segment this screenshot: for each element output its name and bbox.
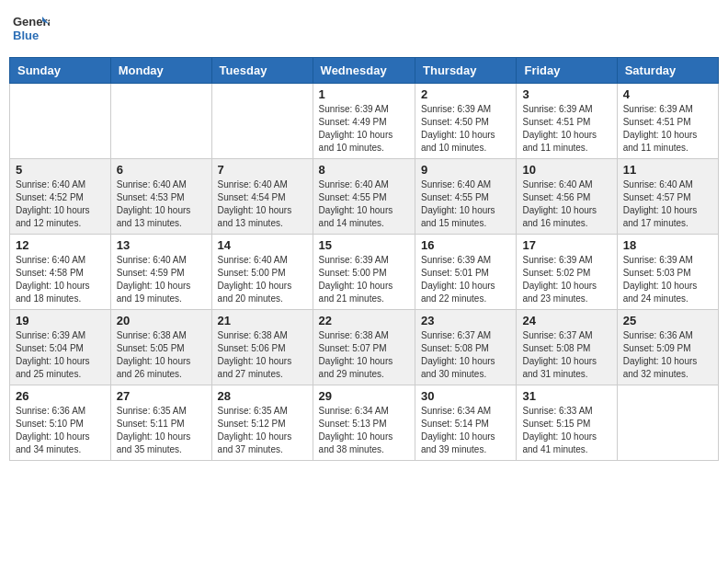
day-info: Sunrise: 6:39 AMSunset: 5:03 PMDaylight:… [623,254,712,305]
calendar-cell [617,385,718,461]
calendar-cell: 1Sunrise: 6:39 AMSunset: 4:49 PMDaylight… [313,84,415,159]
day-number: 2 [421,87,510,101]
day-header-sunday: Sunday [10,58,111,84]
calendar-cell: 12Sunrise: 6:40 AMSunset: 4:58 PMDayligh… [10,235,111,310]
day-number: 7 [218,163,307,177]
day-number: 1 [319,87,409,101]
calendar-cell [110,84,211,159]
calendar-cell: 3Sunrise: 6:39 AMSunset: 4:51 PMDaylight… [517,84,617,159]
svg-text:Blue: Blue [13,29,39,42]
day-number: 27 [117,389,206,403]
day-info: Sunrise: 6:40 AMSunset: 4:58 PMDaylight:… [16,254,105,305]
day-number: 30 [421,389,510,403]
day-info: Sunrise: 6:39 AMSunset: 5:00 PMDaylight:… [319,254,409,305]
day-info: Sunrise: 6:40 AMSunset: 4:59 PMDaylight:… [117,254,206,305]
day-number: 9 [421,163,510,177]
day-header-saturday: Saturday [617,58,718,84]
calendar-cell [211,84,313,159]
day-number: 15 [319,238,409,252]
day-number: 24 [522,314,610,327]
calendar-cell: 25Sunrise: 6:36 AMSunset: 5:09 PMDayligh… [617,310,718,385]
calendar-cell: 23Sunrise: 6:37 AMSunset: 5:08 PMDayligh… [415,310,517,385]
day-number: 4 [623,87,712,101]
calendar-week-row: 19Sunrise: 6:39 AMSunset: 5:04 PMDayligh… [10,310,719,385]
calendar-cell: 27Sunrise: 6:35 AMSunset: 5:11 PMDayligh… [110,385,211,461]
day-number: 16 [421,238,510,252]
day-info: Sunrise: 6:36 AMSunset: 5:09 PMDaylight:… [623,329,712,381]
day-info: Sunrise: 6:40 AMSunset: 4:54 PMDaylight:… [218,178,307,230]
calendar-table: SundayMondayTuesdayWednesdayThursdayFrid… [9,57,719,461]
day-info: Sunrise: 6:39 AMSunset: 5:04 PMDaylight:… [16,329,105,381]
calendar-cell [10,84,111,159]
calendar-cell: 9Sunrise: 6:40 AMSunset: 4:55 PMDaylight… [415,159,517,235]
day-number: 26 [16,389,105,403]
day-header-monday: Monday [110,58,211,84]
calendar-cell: 20Sunrise: 6:38 AMSunset: 5:05 PMDayligh… [110,310,211,385]
day-info: Sunrise: 6:39 AMSunset: 4:51 PMDaylight:… [623,103,712,155]
day-info: Sunrise: 6:40 AMSunset: 5:00 PMDaylight:… [218,254,307,305]
calendar-cell: 13Sunrise: 6:40 AMSunset: 4:59 PMDayligh… [110,235,211,310]
calendar-cell: 6Sunrise: 6:40 AMSunset: 4:53 PMDaylight… [110,159,211,235]
day-info: Sunrise: 6:40 AMSunset: 4:52 PMDaylight:… [16,178,105,230]
day-info: Sunrise: 6:39 AMSunset: 5:02 PMDaylight:… [522,254,610,305]
day-info: Sunrise: 6:40 AMSunset: 4:57 PMDaylight:… [623,178,712,230]
day-info: Sunrise: 6:33 AMSunset: 5:15 PMDaylight:… [522,405,610,456]
day-number: 3 [522,87,610,101]
day-header-friday: Friday [517,58,617,84]
calendar-cell: 2Sunrise: 6:39 AMSunset: 4:50 PMDaylight… [415,84,517,159]
day-number: 6 [117,163,206,177]
day-info: Sunrise: 6:36 AMSunset: 5:10 PMDaylight:… [16,405,105,456]
day-number: 25 [623,314,712,327]
day-number: 31 [522,389,610,403]
day-info: Sunrise: 6:35 AMSunset: 5:12 PMDaylight:… [218,405,307,456]
day-info: Sunrise: 6:37 AMSunset: 5:08 PMDaylight:… [421,329,510,381]
calendar-cell: 21Sunrise: 6:38 AMSunset: 5:06 PMDayligh… [211,310,313,385]
day-number: 28 [218,389,307,403]
calendar-cell: 18Sunrise: 6:39 AMSunset: 5:03 PMDayligh… [617,235,718,310]
calendar-cell: 19Sunrise: 6:39 AMSunset: 5:04 PMDayligh… [10,310,111,385]
day-info: Sunrise: 6:34 AMSunset: 5:14 PMDaylight:… [421,405,510,456]
day-number: 13 [117,238,206,252]
day-number: 21 [218,314,307,327]
day-header-thursday: Thursday [415,58,517,84]
day-info: Sunrise: 6:34 AMSunset: 5:13 PMDaylight:… [319,405,409,456]
page-header: General Blue [9,9,719,50]
day-info: Sunrise: 6:39 AMSunset: 4:50 PMDaylight:… [421,103,510,155]
day-number: 12 [16,238,105,252]
day-info: Sunrise: 6:35 AMSunset: 5:11 PMDaylight:… [117,405,206,456]
calendar-week-row: 5Sunrise: 6:40 AMSunset: 4:52 PMDaylight… [10,159,719,235]
day-number: 22 [319,314,409,327]
day-info: Sunrise: 6:37 AMSunset: 5:08 PMDaylight:… [522,329,610,381]
day-info: Sunrise: 6:39 AMSunset: 4:51 PMDaylight:… [522,103,610,155]
day-number: 11 [623,163,712,177]
day-number: 8 [319,163,409,177]
day-info: Sunrise: 6:39 AMSunset: 5:01 PMDaylight:… [421,254,510,305]
day-info: Sunrise: 6:40 AMSunset: 4:53 PMDaylight:… [117,178,206,230]
calendar-header-row: SundayMondayTuesdayWednesdayThursdayFrid… [10,58,719,84]
day-info: Sunrise: 6:38 AMSunset: 5:05 PMDaylight:… [117,329,206,381]
day-number: 23 [421,314,510,327]
day-info: Sunrise: 6:38 AMSunset: 5:07 PMDaylight:… [319,329,409,381]
day-number: 14 [218,238,307,252]
day-number: 19 [16,314,105,327]
calendar-cell: 16Sunrise: 6:39 AMSunset: 5:01 PMDayligh… [415,235,517,310]
day-info: Sunrise: 6:40 AMSunset: 4:55 PMDaylight:… [421,178,510,230]
day-number: 5 [16,163,105,177]
day-number: 17 [522,238,610,252]
calendar-cell: 24Sunrise: 6:37 AMSunset: 5:08 PMDayligh… [517,310,617,385]
day-number: 20 [117,314,206,327]
day-number: 29 [319,389,409,403]
logo-icon: General Blue [13,9,50,46]
calendar-cell: 8Sunrise: 6:40 AMSunset: 4:55 PMDaylight… [313,159,415,235]
calendar-cell: 7Sunrise: 6:40 AMSunset: 4:54 PMDaylight… [211,159,313,235]
calendar-cell: 17Sunrise: 6:39 AMSunset: 5:02 PMDayligh… [517,235,617,310]
calendar-cell: 10Sunrise: 6:40 AMSunset: 4:56 PMDayligh… [517,159,617,235]
logo: General Blue [13,9,53,50]
calendar-cell: 30Sunrise: 6:34 AMSunset: 5:14 PMDayligh… [415,385,517,461]
day-header-tuesday: Tuesday [211,58,313,84]
day-info: Sunrise: 6:40 AMSunset: 4:56 PMDaylight:… [522,178,610,230]
calendar-cell: 4Sunrise: 6:39 AMSunset: 4:51 PMDaylight… [617,84,718,159]
calendar-cell: 14Sunrise: 6:40 AMSunset: 5:00 PMDayligh… [211,235,313,310]
calendar-week-row: 12Sunrise: 6:40 AMSunset: 4:58 PMDayligh… [10,235,719,310]
calendar-cell: 29Sunrise: 6:34 AMSunset: 5:13 PMDayligh… [313,385,415,461]
